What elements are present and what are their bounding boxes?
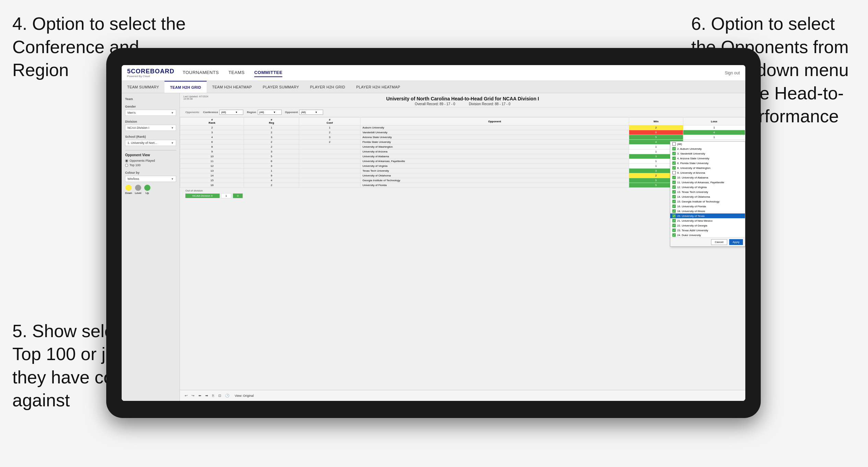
tab-player-h2h-grid[interactable]: PLAYER H2H GRID bbox=[305, 81, 351, 93]
report-wrapper: Last Updated: 4/7/2024 16:55:38 Universi… bbox=[180, 93, 745, 401]
opponent-dropdown: (All)✓2. Auburn University✓3. Vanderbilt… bbox=[670, 141, 745, 247]
dropdown-item-label: 6. Florida State University bbox=[677, 162, 709, 165]
clock-icon: 🕐 bbox=[224, 393, 231, 398]
colour-up-label: Up bbox=[145, 192, 149, 195]
table-scroll-area[interactable]: #Rank #Reg #Conf Opponent Win Loss 2 1 1… bbox=[180, 117, 745, 390]
dropdown-item[interactable]: ✓4. Arizona State University bbox=[670, 156, 745, 161]
dropdown-item[interactable]: ✓15. Georgia Institute of Technology bbox=[670, 199, 745, 204]
dropdown-item[interactable]: ✓2. Auburn University bbox=[670, 146, 745, 151]
dropdown-item[interactable]: ✓10. University of Alabama bbox=[670, 175, 745, 180]
chevron-down-icon-conf: ▼ bbox=[235, 111, 237, 113]
dropdown-checkbox: ✓ bbox=[672, 190, 676, 194]
out-of-division-loss: 0 bbox=[233, 193, 243, 198]
radio-top100[interactable]: Top 100 bbox=[125, 163, 176, 167]
dropdown-item-label: 21. University of New Mexico bbox=[677, 219, 712, 222]
tab-player-summary[interactable]: PLAYER SUMMARY bbox=[257, 81, 305, 93]
filter-opponents-group: Opponents: bbox=[185, 111, 199, 114]
cell-rank: 16 bbox=[180, 183, 244, 188]
main-content: Team Gender Men's ▼ Division NCAA Divisi… bbox=[122, 93, 745, 401]
dropdown-item[interactable]: 9. University of Arizona bbox=[670, 170, 745, 175]
cell-conf bbox=[299, 173, 360, 178]
cell-reg: 4 bbox=[244, 178, 299, 183]
cell-conf bbox=[299, 159, 360, 164]
report-title: University of North Carolina Head-to-Hea… bbox=[185, 96, 740, 101]
out-of-division-row: NCAA Division II 1 0 bbox=[185, 193, 740, 198]
cell-reg: 5 bbox=[244, 154, 299, 159]
radio-top100-label: Top 100 bbox=[130, 163, 140, 167]
chevron-down-icon: ▼ bbox=[171, 111, 174, 114]
copy-button[interactable]: ⎘ bbox=[211, 393, 216, 398]
dropdown-checkbox: ✓ bbox=[672, 229, 676, 232]
cell-opponent: University of Virginia bbox=[360, 164, 629, 169]
table-row: 10 5 University of Alabama 3 0 bbox=[180, 154, 745, 159]
dropdown-item[interactable]: ✓12. University of Virginia bbox=[670, 185, 745, 189]
nav-signout[interactable]: Sign out bbox=[725, 71, 740, 75]
cell-win: 0 bbox=[629, 130, 683, 135]
sidebar-division-field[interactable]: NCAA Division I ▼ bbox=[125, 125, 176, 131]
cell-win: 2 bbox=[629, 125, 683, 130]
dropdown-item[interactable]: ✓8. University of Washington bbox=[670, 165, 745, 170]
dropdown-item[interactable]: ✓24. Duke University bbox=[670, 233, 745, 237]
tab-team-h2h-grid[interactable]: TEAM H2H GRID bbox=[164, 81, 207, 93]
cell-reg: 3 bbox=[244, 164, 299, 169]
dropdown-item[interactable]: ✓14. University of Oklahoma bbox=[670, 194, 745, 199]
redo-button[interactable]: ↪ bbox=[190, 393, 196, 398]
tablet-device: 5COREBOARD Powered By Cloud TOURNAMENTS … bbox=[106, 48, 761, 418]
filter-row: Opponents: Conference (All) ▼ Region (Al… bbox=[180, 108, 745, 117]
cell-rank: 14 bbox=[180, 173, 244, 178]
sidebar-colour-label: Colour by bbox=[125, 171, 176, 174]
dropdown-checkbox: ✓ bbox=[672, 195, 676, 198]
nav-committee[interactable]: COMMITTEE bbox=[254, 69, 283, 77]
dropdown-item-label: 2. Auburn University bbox=[677, 147, 702, 150]
table-row: 13 1 Texas Tech University 3 0 bbox=[180, 169, 745, 173]
dropdown-checkbox: ✓ bbox=[672, 219, 676, 222]
dropdown-list: (All)✓2. Auburn University✓3. Vanderbilt… bbox=[670, 142, 745, 237]
conference-select[interactable]: (All) ▼ bbox=[219, 110, 243, 115]
chevron-down-icon-4: ▼ bbox=[171, 177, 174, 181]
cell-loss: 1 bbox=[683, 135, 745, 140]
dropdown-item[interactable]: (All) bbox=[670, 142, 745, 146]
dropdown-item[interactable]: ✓22. University of Georgia bbox=[670, 223, 745, 228]
zoom-button[interactable]: ⊡ bbox=[217, 393, 222, 398]
forward-button[interactable]: ➡ bbox=[204, 393, 209, 398]
filter-region-group: Region (All) ▼ bbox=[247, 110, 281, 115]
col-conf: #Conf bbox=[299, 118, 360, 125]
opponent-select[interactable]: (All) ▼ bbox=[299, 110, 323, 115]
out-of-division-label: Out of division bbox=[185, 189, 740, 192]
tab-player-h2h-heatmap[interactable]: PLAYER H2H HEATMAP bbox=[351, 81, 405, 93]
sidebar-gender-field[interactable]: Men's ▼ bbox=[125, 110, 176, 116]
nav-teams[interactable]: TEAMS bbox=[229, 69, 245, 77]
table-row: 14 9 University of Oklahoma 2 2 bbox=[180, 173, 745, 178]
dropdown-item[interactable]: ✓23. Texas A&M University bbox=[670, 228, 745, 233]
sidebar-school-field[interactable]: 1. University of Nort... ▼ bbox=[125, 140, 176, 146]
region-select[interactable]: (All) ▼ bbox=[258, 110, 282, 115]
apply-button[interactable]: Apply bbox=[729, 239, 743, 245]
table-row: 3 2 2 Vanderbilt University 0 4 bbox=[180, 130, 745, 135]
table-row: 6 2 2 Florida State University 4 2 bbox=[180, 140, 745, 145]
dropdown-item[interactable]: ✓21. University of New Mexico bbox=[670, 218, 745, 223]
tab-team-summary[interactable]: TEAM SUMMARY bbox=[122, 81, 164, 93]
cell-rank: 13 bbox=[180, 169, 244, 173]
conference-filter-label: Conference bbox=[203, 111, 218, 114]
out-of-division-win: 1 bbox=[221, 193, 231, 198]
report-meta: Last Updated: 4/7/2024 16:55:38 bbox=[183, 95, 208, 100]
cell-win: 5 bbox=[629, 135, 683, 140]
dropdown-item[interactable]: ✓11. University of Arkansas, Fayettevill… bbox=[670, 180, 745, 185]
back-button[interactable]: ⬅ bbox=[197, 393, 203, 398]
undo-button[interactable]: ↩ bbox=[183, 393, 189, 398]
cancel-button[interactable]: Cancel bbox=[711, 239, 727, 245]
dropdown-item[interactable]: ✓13. Texas Tech University bbox=[670, 189, 745, 194]
region-select-value: (All) bbox=[259, 111, 264, 114]
tab-team-h2h-heatmap[interactable]: TEAM H2H HEATMAP bbox=[207, 81, 257, 93]
dropdown-item[interactable]: ✓6. Florida State University bbox=[670, 161, 745, 165]
radio-opponents-played[interactable]: Opponents Played bbox=[125, 159, 176, 162]
dropdown-item[interactable]: ✓16. University of Florida bbox=[670, 204, 745, 209]
dropdown-item[interactable]: ✓20. University of Texas bbox=[670, 213, 745, 218]
dropdown-item[interactable]: ✓18. University of Illinois bbox=[670, 209, 745, 213]
nav-tournaments[interactable]: TOURNAMENTS bbox=[183, 69, 219, 77]
dropdown-item[interactable]: ✓3. Vanderbilt University bbox=[670, 151, 745, 156]
sidebar-school-value: 1. University of Nort... bbox=[127, 141, 157, 145]
cell-reg: 3 bbox=[244, 135, 299, 140]
sidebar-colour-field[interactable]: Win/loss ▼ bbox=[125, 176, 176, 182]
dropdown-item-label: 12. University of Virginia bbox=[677, 186, 707, 189]
